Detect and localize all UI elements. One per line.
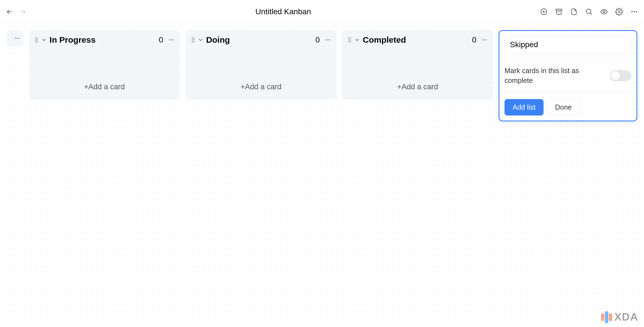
toolbar-actions bbox=[540, 8, 638, 16]
list-header: Doing 0 bbox=[191, 35, 331, 45]
list-partial-left bbox=[7, 30, 23, 46]
svg-point-25 bbox=[172, 39, 174, 40]
svg-point-10 bbox=[618, 11, 620, 13]
xda-logo-icon bbox=[601, 311, 613, 323]
archive-button[interactable] bbox=[555, 8, 563, 16]
document-icon bbox=[570, 8, 578, 16]
add-button[interactable] bbox=[540, 8, 548, 16]
divider bbox=[499, 92, 636, 92]
svg-point-28 bbox=[192, 39, 193, 40]
chevron-down-icon bbox=[198, 37, 203, 43]
svg-point-19 bbox=[35, 39, 36, 40]
add-card-button[interactable]: +Add a card bbox=[35, 81, 174, 93]
svg-point-37 bbox=[348, 39, 349, 40]
svg-point-15 bbox=[16, 38, 18, 39]
svg-point-24 bbox=[171, 39, 172, 40]
svg-point-23 bbox=[169, 39, 170, 40]
svg-point-43 bbox=[486, 39, 487, 40]
chevron-down-icon bbox=[41, 37, 47, 43]
svg-point-33 bbox=[327, 39, 328, 40]
add-list-button[interactable]: Add list bbox=[504, 99, 544, 116]
svg-point-9 bbox=[603, 11, 605, 13]
list-menu-button[interactable] bbox=[325, 37, 331, 43]
view-button[interactable] bbox=[600, 8, 608, 16]
list-header: In Progress 0 bbox=[35, 35, 174, 45]
new-list-panel: Mark cards in this list as complete Add … bbox=[499, 30, 637, 121]
more-horizontal-icon bbox=[325, 37, 331, 43]
collapse-button[interactable] bbox=[41, 37, 47, 43]
panel-buttons: Add list Done bbox=[504, 97, 631, 116]
document-button[interactable] bbox=[570, 8, 578, 16]
card-count: 0 bbox=[315, 35, 320, 44]
arrow-right-icon bbox=[20, 8, 26, 15]
list-menu-button[interactable] bbox=[481, 37, 487, 43]
mark-complete-row: Mark cards in this list as complete bbox=[504, 60, 631, 92]
card-count: 0 bbox=[159, 35, 163, 44]
more-button[interactable] bbox=[630, 8, 638, 16]
settings-button[interactable] bbox=[615, 8, 623, 16]
svg-point-41 bbox=[482, 39, 483, 40]
new-list-name-input[interactable] bbox=[504, 36, 631, 53]
svg-point-30 bbox=[192, 41, 193, 42]
svg-point-40 bbox=[350, 41, 351, 42]
list-title[interactable]: In Progress bbox=[50, 35, 156, 45]
kanban-board: In Progress 0 +Add a card Doing 0 +Add a… bbox=[0, 23, 644, 327]
mark-complete-label: Mark cards in this list as complete bbox=[504, 66, 604, 85]
nav-buttons bbox=[6, 8, 27, 16]
archive-icon bbox=[555, 8, 563, 16]
svg-point-39 bbox=[348, 41, 349, 42]
svg-point-35 bbox=[348, 37, 349, 39]
toggle-knob bbox=[611, 71, 620, 80]
list-title[interactable]: Completed bbox=[363, 35, 469, 45]
collapse-button[interactable] bbox=[198, 37, 203, 43]
eye-icon bbox=[600, 8, 608, 16]
plus-circle-icon bbox=[540, 8, 548, 16]
drag-handle-icon[interactable] bbox=[348, 37, 352, 43]
list-menu-button[interactable] bbox=[14, 35, 20, 41]
search-button[interactable] bbox=[585, 8, 593, 16]
list-doing: Doing 0 +Add a card bbox=[186, 30, 337, 100]
watermark-text: XDA bbox=[614, 311, 638, 323]
svg-point-12 bbox=[634, 11, 635, 12]
forward-button[interactable] bbox=[19, 8, 27, 16]
back-button[interactable] bbox=[6, 8, 13, 16]
gear-icon bbox=[615, 8, 623, 16]
drag-handle-icon[interactable] bbox=[191, 37, 195, 43]
chevron-down-icon bbox=[354, 37, 360, 43]
svg-point-27 bbox=[193, 37, 194, 39]
svg-point-14 bbox=[15, 38, 16, 39]
svg-point-22 bbox=[37, 41, 38, 42]
list-completed: Completed 0 +Add a card bbox=[342, 30, 493, 100]
svg-point-7 bbox=[587, 9, 591, 13]
page-title[interactable]: Untitled Kanban bbox=[27, 7, 540, 16]
arrow-left-icon bbox=[6, 8, 13, 15]
svg-point-16 bbox=[18, 38, 19, 39]
add-card-button[interactable]: +Add a card bbox=[348, 81, 487, 93]
card-count: 0 bbox=[472, 35, 477, 44]
svg-line-8 bbox=[590, 13, 592, 15]
more-horizontal-icon bbox=[481, 37, 487, 43]
done-button[interactable]: Done bbox=[547, 99, 580, 116]
toolbar: Untitled Kanban bbox=[0, 0, 644, 23]
add-card-button[interactable]: +Add a card bbox=[191, 81, 331, 93]
watermark: XDA bbox=[601, 311, 638, 323]
svg-rect-5 bbox=[556, 9, 562, 11]
more-horizontal-icon bbox=[14, 35, 20, 41]
list-header: Completed 0 bbox=[348, 35, 487, 45]
svg-point-29 bbox=[193, 39, 194, 40]
list-title[interactable]: Doing bbox=[206, 35, 313, 45]
list-in-progress: In Progress 0 +Add a card bbox=[29, 30, 180, 100]
svg-point-34 bbox=[329, 39, 330, 40]
list-menu-button[interactable] bbox=[168, 37, 174, 43]
svg-point-13 bbox=[636, 11, 637, 12]
mark-complete-toggle[interactable] bbox=[610, 70, 631, 81]
more-horizontal-icon bbox=[168, 37, 174, 43]
collapse-button[interactable] bbox=[354, 37, 360, 43]
svg-point-42 bbox=[484, 39, 485, 40]
svg-point-20 bbox=[37, 39, 38, 40]
svg-point-18 bbox=[37, 37, 38, 39]
svg-point-31 bbox=[193, 41, 194, 42]
svg-point-21 bbox=[35, 41, 36, 42]
svg-point-36 bbox=[350, 37, 351, 39]
drag-handle-icon[interactable] bbox=[35, 37, 39, 43]
